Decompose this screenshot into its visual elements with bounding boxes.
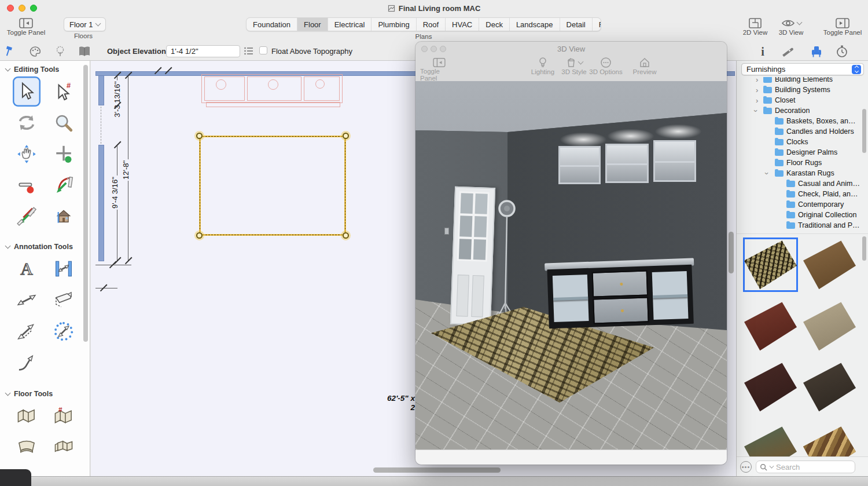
tool-leader-arrow[interactable] xyxy=(13,348,41,378)
toggle-right-panel-button[interactable]: Toggle Panel xyxy=(822,17,863,36)
rug-thumbnail-2[interactable] xyxy=(802,237,857,292)
rug-thumbnail-7[interactable] xyxy=(743,423,798,456)
tool-point-dimension[interactable] xyxy=(13,316,41,346)
rug-thumbnail-8[interactable] xyxy=(802,423,857,456)
tool-select-similar[interactable]: # xyxy=(50,76,78,107)
tree-item-original-collection[interactable]: Original Collection xyxy=(737,210,868,220)
rug-thumbnail-3[interactable] xyxy=(743,299,798,353)
annotation-tools-header[interactable]: Annotation Tools xyxy=(0,238,90,253)
tab-hvac[interactable]: HVAC xyxy=(445,18,479,31)
tool-delete-line[interactable] xyxy=(13,170,41,200)
selected-rug-object[interactable] xyxy=(199,136,346,236)
rug-thumbnail-5[interactable] xyxy=(743,360,798,414)
canvas-vertical-scrollbar[interactable] xyxy=(729,232,734,273)
toggle-left-panel-button[interactable]: Toggle Panel xyxy=(6,17,46,36)
lighting-button[interactable]: Lighting xyxy=(527,57,559,75)
tool-text[interactable]: A xyxy=(13,254,41,284)
tab-deck[interactable]: Deck xyxy=(479,18,509,31)
library-book-icon[interactable] xyxy=(78,45,91,58)
tree-item-candles-holders[interactable]: Candles and Holders xyxy=(737,126,868,137)
tab-detail[interactable]: Detail xyxy=(560,18,592,31)
tool-rotate[interactable] xyxy=(13,108,41,138)
plan-wall-left-upper[interactable] xyxy=(98,75,104,105)
tree-item-decoration[interactable]: ›Decoration xyxy=(737,105,868,116)
tree-item-baskets-boxes[interactable]: Baskets, Boxes, an… xyxy=(737,116,868,126)
selection-handle-nw[interactable] xyxy=(196,133,203,139)
close-window-button[interactable] xyxy=(421,46,428,52)
tree-item-traditional[interactable]: Traditional and P… xyxy=(737,220,868,231)
tab-plumbing[interactable]: Plumbing xyxy=(371,18,415,31)
palette-icon[interactable] xyxy=(29,45,42,58)
tab-floor[interactable]: Floor xyxy=(297,18,328,31)
tree-item-closet[interactable]: ›Closet xyxy=(737,95,868,105)
tool-curved-floor-region[interactable] xyxy=(13,432,41,462)
tree-item-check-plaid[interactable]: Check, Plaid, an… xyxy=(737,189,868,199)
plant-icon[interactable] xyxy=(54,45,67,58)
rug-thumbnail-6[interactable] xyxy=(802,360,857,414)
build-tools-icon[interactable] xyxy=(3,45,16,58)
tool-auto-dimension[interactable] xyxy=(50,316,78,346)
search-input[interactable] xyxy=(776,463,840,472)
tool-panel-scrollbar[interactable] xyxy=(83,65,88,342)
tree-item-clocks[interactable]: Clocks xyxy=(737,137,868,147)
list-menu-icon[interactable] xyxy=(244,46,254,56)
tool-floor-material-region-numbered[interactable]: # xyxy=(50,401,78,431)
plan-wall-left-lower[interactable] xyxy=(98,145,104,261)
3d-window-titlebar[interactable]: 3D View xyxy=(415,42,727,56)
tool-interior-dimension[interactable] xyxy=(50,254,78,284)
tool-fillet[interactable] xyxy=(50,170,78,200)
editing-tools-header[interactable]: Editing Tools xyxy=(0,61,90,76)
selection-handle-se[interactable] xyxy=(343,232,349,239)
tool-zoom[interactable] xyxy=(50,108,78,138)
tree-item-contemporary[interactable]: Contemporary xyxy=(737,199,868,210)
tree-scrollbar[interactable] xyxy=(862,109,866,153)
tool-end-to-end-dimension[interactable] xyxy=(13,285,41,315)
dimension-label-top[interactable]: 3'-3 13/16" xyxy=(112,80,122,118)
3d-view-button[interactable]: 3D View xyxy=(775,17,807,36)
floor-selector-button[interactable]: Floor 1 xyxy=(64,17,106,31)
tab-landscape[interactable]: Landscape xyxy=(509,18,560,31)
dimension-label-overall[interactable]: 12'-8" xyxy=(121,159,131,181)
plan-door-opening[interactable] xyxy=(101,107,101,144)
tree-item-designer-palms[interactable]: Designer Palms xyxy=(737,147,868,158)
tool-floor-material-region[interactable] xyxy=(13,401,41,431)
tool-angular-dimension[interactable] xyxy=(50,285,78,315)
3d-toggle-panel-button[interactable]: Toggle Panel xyxy=(420,57,458,82)
tab-electrical[interactable]: Electrical xyxy=(328,18,372,31)
selection-handle-sw[interactable] xyxy=(196,232,203,239)
library-category-select[interactable]: Furnishings xyxy=(741,63,864,75)
tree-item-building-elements[interactable]: ›Building Elements xyxy=(737,77,868,85)
stopwatch-icon[interactable] xyxy=(836,45,848,59)
dimension-label-bottom[interactable]: 9'-4 3/16" xyxy=(110,176,120,210)
tool-chamfer[interactable] xyxy=(13,202,41,232)
tool-house[interactable] xyxy=(50,202,78,232)
tree-item-karastan-rugs[interactable]: ›Karastan Rugs xyxy=(737,168,868,178)
tree-item-casual-animal[interactable]: Casual and Anim… xyxy=(737,178,868,189)
rug-thumbnail-4[interactable] xyxy=(802,299,857,353)
furnishings-chair-icon[interactable] xyxy=(810,45,823,59)
preview-button[interactable]: Preview xyxy=(628,57,661,75)
minimize-window-button[interactable] xyxy=(431,46,437,52)
rug-thumbnail-contemporary-1[interactable] xyxy=(743,237,798,292)
float-above-topography-checkbox[interactable] xyxy=(259,46,267,54)
search-field-wrap[interactable] xyxy=(756,461,855,473)
tool-floor-region-stack[interactable] xyxy=(50,432,78,462)
tool-select-objects[interactable] xyxy=(13,76,41,107)
object-elevation-input[interactable]: 1'-4 1/2" xyxy=(166,45,240,57)
tab-roof[interactable]: Roof xyxy=(416,18,445,31)
tool-pan[interactable] xyxy=(13,139,41,169)
tab-foundation[interactable]: Foundation xyxy=(247,18,297,31)
selection-handle-ne[interactable] xyxy=(343,133,349,139)
2d-view-button[interactable]: 2D View xyxy=(740,17,771,36)
3d-scene-viewport[interactable] xyxy=(415,81,727,450)
3d-options-button[interactable]: 3D Options xyxy=(585,57,627,75)
zoom-window-button[interactable] xyxy=(440,46,446,52)
3d-view-window[interactable]: 3D View Toggle Panel Lighting 3D Style 3… xyxy=(415,42,727,465)
more-options-button[interactable]: ••• xyxy=(740,461,752,473)
pen-icon[interactable] xyxy=(781,46,795,57)
info-icon[interactable]: i xyxy=(759,45,767,58)
tool-place-point[interactable] xyxy=(50,139,78,169)
tree-item-building-systems[interactable]: ›Building Systems xyxy=(737,85,868,95)
canvas-horizontal-scrollbar[interactable] xyxy=(373,467,501,473)
tree-item-floor-rugs[interactable]: Floor Rugs xyxy=(737,158,868,168)
